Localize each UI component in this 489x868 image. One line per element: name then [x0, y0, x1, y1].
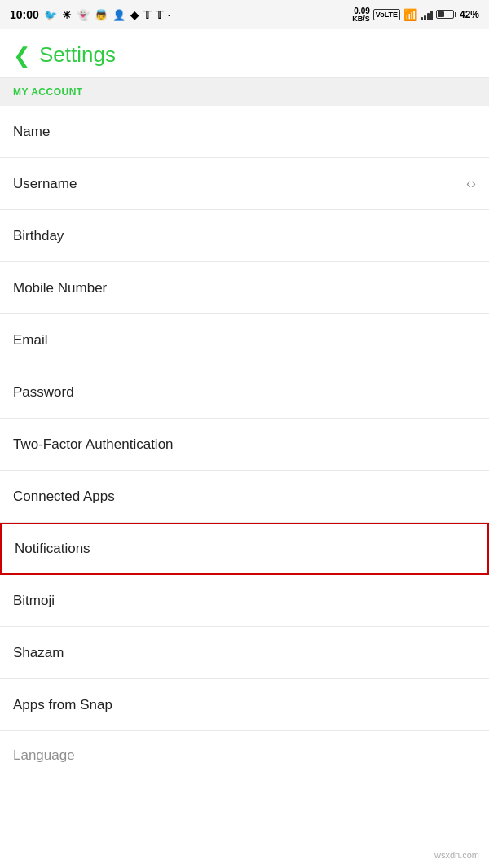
settings-header: ❮ Settings [0, 29, 489, 78]
settings-item-name-label: Name [13, 124, 50, 140]
share-icon: ‹› [466, 175, 476, 192]
settings-item-mobile-number[interactable]: Mobile Number [0, 262, 489, 314]
network-unit: KB/S [352, 15, 370, 24]
settings-item-birthday-label: Birthday [13, 228, 64, 244]
wifi-icon: 📶 [403, 8, 417, 21]
snapchat-icon-3: 👤 [112, 9, 126, 21]
settings-item-email[interactable]: Email [0, 314, 489, 366]
settings-item-apps-from-snap[interactable]: Apps from Snap [0, 679, 489, 731]
settings-item-two-factor-label: Two-Factor Authentication [13, 436, 174, 453]
settings-list: MY ACCOUNT Name Username ‹› Birthday Mob… [0, 78, 489, 783]
instagram-icon: ☀ [62, 9, 72, 21]
status-time: 10:00 [10, 8, 39, 21]
settings-item-shazam-label: Shazam [13, 645, 64, 661]
twitter-icon-2: 𝕋 [156, 9, 163, 21]
battery [436, 10, 456, 19]
page-title: Settings [39, 42, 116, 68]
settings-item-password[interactable]: Password [0, 366, 489, 419]
signal-bars [421, 9, 433, 20]
section-header-my-account: MY ACCOUNT [0, 78, 489, 106]
settings-item-shazam[interactable]: Shazam [0, 627, 489, 679]
battery-percent: 42% [460, 9, 479, 20]
settings-item-notifications-label: Notifications [15, 541, 90, 557]
facebook-icon: 🐦 [44, 9, 57, 21]
dot-icon: · [168, 9, 171, 21]
status-bar: 10:00 🐦 ☀ 👻 👼 👤 ◆ 𝕋 𝕋 · 0.09 KB/S VoLTE … [0, 0, 489, 29]
settings-item-bitmoji-label: Bitmoji [13, 593, 55, 609]
settings-item-username-label: Username [13, 176, 77, 192]
settings-item-password-label: Password [13, 384, 74, 401]
settings-item-bitmoji[interactable]: Bitmoji [0, 575, 489, 627]
network-speed: 0.09 [354, 7, 369, 15]
settings-item-email-label: Email [13, 332, 48, 349]
settings-item-connected-apps-label: Connected Apps [13, 489, 115, 505]
pinterest-icon: ◆ [130, 9, 139, 21]
watermark: wsxdn.com [431, 848, 482, 861]
status-right: 0.09 KB/S VoLTE 📶 42% [352, 7, 479, 24]
volte-badge: VoLTE [373, 9, 400, 20]
settings-item-mobile-number-label: Mobile Number [13, 280, 107, 296]
snapchat-icon-2: 👼 [95, 9, 108, 21]
settings-item-notifications[interactable]: Notifications [0, 523, 489, 575]
settings-item-birthday[interactable]: Birthday [0, 210, 489, 262]
status-left: 10:00 🐦 ☀ 👻 👼 👤 ◆ 𝕋 𝕋 · [10, 8, 170, 21]
snapchat-icon-1: 👻 [77, 9, 90, 21]
settings-item-language-label: Language [13, 747, 75, 764]
settings-item-language[interactable]: Language [0, 731, 489, 783]
twitter-icon-1: 𝕋 [143, 9, 151, 21]
settings-item-name[interactable]: Name [0, 106, 489, 158]
back-button[interactable]: ❮ [13, 45, 31, 66]
settings-item-connected-apps[interactable]: Connected Apps [0, 471, 489, 523]
settings-item-apps-from-snap-label: Apps from Snap [13, 697, 112, 713]
settings-item-username[interactable]: Username ‹› [0, 158, 489, 210]
settings-item-two-factor[interactable]: Two-Factor Authentication [0, 419, 489, 471]
